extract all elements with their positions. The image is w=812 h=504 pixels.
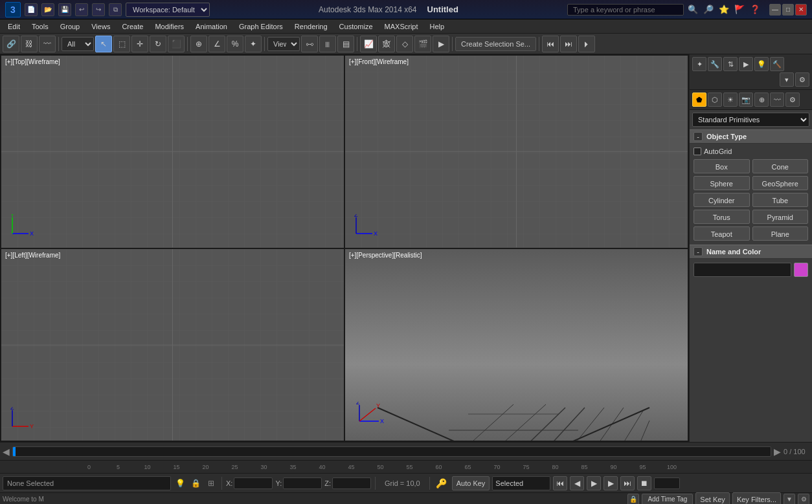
close-button[interactable]: ✕ — [795, 4, 807, 16]
toolbar-unlink[interactable]: ⛓ — [21, 36, 38, 52]
mirror-btn[interactable]: ⧟ — [301, 36, 318, 52]
filter-dropdown[interactable]: All — [62, 37, 94, 51]
panel-more-icon[interactable]: ▾ — [780, 72, 794, 87]
pyramid-button[interactable]: Pyramid — [752, 210, 809, 224]
object-type-header[interactable]: - Object Type — [690, 129, 812, 144]
maximize-button[interactable]: □ — [782, 4, 794, 16]
timeline-left-arrow[interactable]: ◀ — [3, 446, 10, 457]
menu-rendering[interactable]: Rendering — [289, 21, 333, 32]
menu-help[interactable]: Help — [425, 21, 450, 32]
cone-button[interactable]: Cone — [752, 159, 809, 173]
add-time-tag-button[interactable]: Add Time Tag — [642, 494, 693, 505]
tube-button[interactable]: Tube — [752, 193, 809, 207]
align-btn[interactable]: ⫼ — [319, 36, 336, 52]
save-file-btn[interactable]: 💾 — [58, 3, 71, 16]
viewport-left[interactable]: [+][Left][Wireframe] Y Z — [1, 249, 344, 441]
menu-animation[interactable]: Animation — [190, 21, 232, 32]
prev-key-btn[interactable]: ◀ — [570, 476, 584, 490]
view-dropdown[interactable]: View — [267, 37, 300, 51]
autogrid-checkbox[interactable] — [694, 148, 701, 155]
render-btn[interactable]: ▶ — [433, 36, 449, 52]
name-color-header[interactable]: - Name and Color — [690, 245, 812, 259]
create-selection-button[interactable]: Create Selection Se... — [455, 37, 536, 51]
next-key-btn[interactable]: ⏭ — [560, 36, 577, 52]
help-icon[interactable]: ❓ — [749, 3, 761, 16]
stop-btn[interactable]: ⏹ — [637, 476, 651, 490]
set-key-button[interactable]: Set Key — [695, 492, 730, 505]
layer-btn[interactable]: ▤ — [337, 36, 354, 52]
coord-z-input[interactable] — [332, 477, 371, 489]
viewport-front[interactable]: [+][Front][Wireframe] X Z — [345, 56, 688, 248]
scale-btn[interactable]: ⬛ — [168, 36, 185, 52]
rotate-btn[interactable]: ↻ — [150, 36, 166, 52]
motion-panel-icon[interactable]: ▶ — [739, 57, 753, 71]
shapes-icon[interactable]: ⬡ — [708, 93, 722, 107]
snap-toggle-btn[interactable]: ⊕ — [190, 36, 207, 52]
spacewarps-icon[interactable]: 〰 — [770, 93, 784, 107]
move-btn[interactable]: ✛ — [131, 36, 148, 52]
menu-tools[interactable]: Tools — [27, 21, 54, 32]
schematic-btn[interactable]: 🕸 — [378, 36, 395, 52]
lock-icon[interactable]: 🔒 — [189, 477, 202, 490]
lock-small-icon[interactable]: 🔒 — [627, 494, 639, 505]
settings-icon[interactable]: ⚙ — [798, 494, 809, 505]
key-filters-button[interactable]: Key Filters... — [732, 492, 781, 505]
menu-maxscript[interactable]: MAXScript — [379, 21, 423, 32]
teapot-button[interactable]: Teapot — [694, 226, 750, 241]
menu-modifiers[interactable]: Modifiers — [150, 21, 189, 32]
coord-y-input[interactable] — [283, 477, 322, 489]
utilities-panel-icon[interactable]: 🔨 — [770, 57, 784, 71]
timeline-bar[interactable] — [12, 446, 771, 457]
curve-editor-btn[interactable]: 📈 — [360, 36, 377, 52]
prev-frame-btn[interactable]: ⏮ — [553, 476, 567, 490]
search-input[interactable] — [567, 4, 684, 16]
menu-views[interactable]: Views — [86, 21, 115, 32]
auto-key-button[interactable]: Auto Key — [452, 476, 490, 490]
display-panel-icon[interactable]: 💡 — [754, 57, 769, 71]
menu-edit[interactable]: Edit — [3, 21, 25, 32]
frame-input[interactable] — [654, 477, 680, 489]
geometry-icon[interactable]: ⬟ — [692, 93, 706, 107]
star-icon[interactable]: ⭐ — [717, 3, 730, 16]
play-btn[interactable]: ▶ — [587, 476, 601, 490]
object-type-collapse[interactable]: - — [694, 132, 703, 141]
name-input[interactable] — [694, 263, 791, 277]
toolbar-select-link[interactable]: 🔗 — [3, 36, 19, 52]
undo-btn[interactable]: ↩ — [75, 3, 88, 16]
spinner-snap-btn[interactable]: ✦ — [245, 36, 262, 52]
open-file-btn[interactable]: 📂 — [41, 3, 54, 16]
color-swatch[interactable] — [794, 263, 808, 277]
minimize-button[interactable]: — — [769, 4, 781, 16]
select-btn[interactable]: ↖ — [95, 36, 112, 52]
next-frame-btn[interactable]: ⏭ — [620, 476, 635, 490]
torus-button[interactable]: Torus — [694, 210, 750, 224]
help-search-icon[interactable]: 🔎 — [702, 3, 715, 16]
key-icon[interactable]: 🔑 — [434, 476, 449, 491]
menu-group[interactable]: Group — [55, 21, 85, 32]
viewport-perspective[interactable]: [+][Perspective][Realistic] — [345, 249, 688, 441]
angle-snap-btn[interactable]: ∠ — [209, 36, 225, 52]
select-region-btn[interactable]: ⬚ — [113, 36, 130, 52]
geosphere-button[interactable]: GeoSphere — [752, 176, 809, 190]
sphere-button[interactable]: Sphere — [694, 176, 750, 190]
percent-snap-btn[interactable]: % — [227, 36, 243, 52]
modify-panel-icon[interactable]: 🔧 — [708, 57, 722, 71]
viewport-top[interactable]: [+][Top][Wireframe] X Y — [1, 56, 344, 248]
transform-icon[interactable]: ⊞ — [205, 477, 218, 490]
coord-x-input[interactable] — [234, 477, 273, 489]
toolbar-bind-space-warp[interactable]: 〰 — [39, 36, 56, 52]
menu-create[interactable]: Create — [117, 21, 148, 32]
menu-customize[interactable]: Customize — [334, 21, 378, 32]
helpers-icon[interactable]: ⊕ — [754, 93, 769, 107]
new-file-btn[interactable]: 📄 — [25, 3, 38, 16]
create-panel-icon[interactable]: ✦ — [692, 57, 706, 71]
cameras-icon[interactable]: 📷 — [739, 93, 753, 107]
menu-graph-editors[interactable]: Graph Editors — [234, 21, 288, 32]
lights-icon[interactable]: ☀ — [723, 93, 738, 107]
clone-btn[interactable]: ⧉ — [109, 3, 122, 16]
render-setup-btn[interactable]: 🎬 — [414, 36, 431, 52]
flag-icon[interactable]: 🚩 — [733, 3, 746, 16]
primitives-dropdown[interactable]: Standard Primitives — [692, 113, 809, 127]
filter-icon[interactable]: ▼ — [784, 494, 795, 505]
prev-key-btn[interactable]: ⏮ — [542, 36, 559, 52]
